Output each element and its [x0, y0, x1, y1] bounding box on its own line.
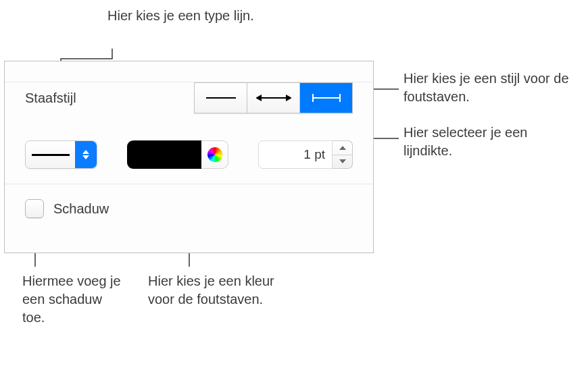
section-title: Staafstijl — [25, 90, 76, 106]
svg-marker-9 — [339, 146, 346, 150]
error-bar-style-caps[interactable] — [300, 83, 352, 113]
svg-marker-2 — [286, 95, 291, 101]
popup-handle[interactable] — [75, 141, 97, 168]
error-bar-color-picker[interactable] — [127, 140, 228, 169]
style-panel: Staafstijl — [4, 61, 374, 253]
color-wheel-button[interactable] — [201, 140, 228, 169]
line-type-popup[interactable] — [25, 140, 97, 169]
error-bar-style-segmented[interactable] — [194, 82, 353, 113]
color-swatch[interactable] — [127, 140, 201, 169]
svg-marker-7 — [82, 150, 89, 154]
stepper-up[interactable] — [333, 141, 352, 155]
hue-wheel-icon — [207, 147, 222, 162]
error-bar-style-arrow[interactable] — [247, 83, 300, 113]
stepper-down[interactable] — [333, 155, 352, 169]
svg-marker-8 — [82, 155, 89, 159]
callout-line-weight: Hier selecteer je een lijndikte. — [403, 124, 566, 160]
shadow-label: Schaduw — [53, 201, 109, 217]
line-type-sample — [26, 154, 75, 156]
line-weight-field[interactable] — [258, 140, 333, 169]
line-weight-stepper[interactable] — [333, 140, 353, 169]
svg-marker-10 — [339, 159, 346, 163]
svg-marker-3 — [256, 95, 262, 101]
callout-shadow: Hiermee voeg je een schaduw toe. — [22, 272, 127, 327]
error-bar-style-none[interactable] — [195, 83, 247, 113]
shadow-checkbox[interactable] — [25, 199, 44, 218]
callout-bar-color: Hier kies je een kleur voor de foutstave… — [148, 272, 283, 309]
callout-line-type: Hier kies je een type lijn. — [107, 7, 283, 25]
callout-bar-style: Hier kies je een stijl voor de foutstave… — [403, 70, 579, 106]
